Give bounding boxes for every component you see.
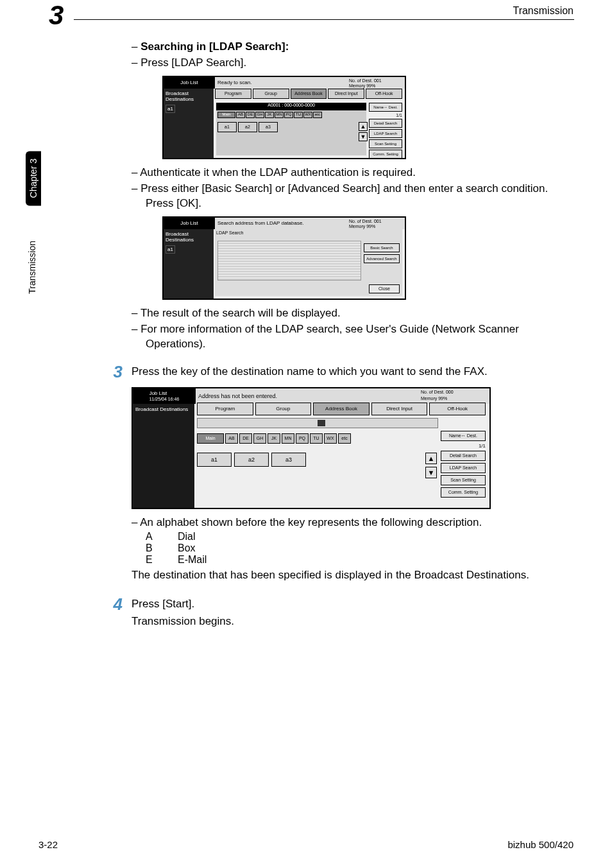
ss1-mem-bot: Memory 99% [349, 83, 375, 88]
ss3-chip-de[interactable]: DE [239, 433, 252, 444]
ss2-joblist: Job List [164, 218, 215, 229]
ss1-chip-main[interactable]: Main [217, 112, 235, 118]
ss3-chip-wx[interactable]: WX [324, 433, 337, 444]
ss1-chip-tu[interactable]: TU [294, 112, 303, 118]
ss2-rightcol: Basic Search Advanced Search [364, 243, 400, 263]
ss2-rbtn-basic[interactable]: Basic Search [364, 243, 400, 252]
ss2-side: Broadcast Destinations a1 [164, 229, 214, 299]
ss3-rbtn-detail[interactable]: Detail Search [441, 451, 486, 461]
ss3-rbtn-comm[interactable]: Comm. Setting [441, 487, 486, 498]
bullet-result: The result of the search will be display… [132, 306, 568, 321]
ss3-tab-directinput[interactable]: Direct Input [371, 403, 428, 415]
bullet-press-basic: Press either [Basic Search] or [Advanced… [132, 182, 568, 211]
ss1-chip-de[interactable]: DE [246, 112, 255, 118]
ss3-rbtn-ldap[interactable]: LDAP Search [441, 463, 486, 473]
ss1-top: Job List Ready to scan. No. of Dest. 001… [164, 77, 405, 89]
ss2-result-area [217, 241, 361, 281]
bullet-press-ldap: Press [LDAP Search]. [132, 56, 568, 71]
ss1-chip-etc[interactable]: etc [313, 112, 322, 118]
ss3-chip-mn[interactable]: MN [282, 433, 294, 444]
chapter-number-big: 3 [49, 0, 64, 31]
ss3-chip-ab[interactable]: AB [225, 433, 238, 444]
ss2-joblist-label: Job List [180, 220, 198, 226]
ss3-chip-main[interactable]: Main [197, 433, 224, 444]
ss3-chip-tu[interactable]: TU [310, 433, 323, 444]
ss1-rbtn-comm[interactable]: Comm. Setting [369, 150, 402, 159]
ss3-arrow-down-icon[interactable]: ▼ [425, 467, 437, 478]
ss2-mem-top: No. of Dest. 001 [349, 219, 382, 223]
ss3-chip-etc[interactable]: etc [338, 433, 351, 444]
ss3-band [197, 418, 438, 428]
kv-b-key: B [146, 542, 160, 554]
ss3-chip-jk[interactable]: JK [268, 433, 280, 444]
ss3-band-marker [318, 420, 325, 426]
ss1-btn-a1[interactable]: a1 [217, 122, 237, 132]
ss1-chip-pq[interactable]: PQ [284, 112, 293, 118]
ss2-memory: No. of Dest. 001 Memory 99% [347, 218, 405, 229]
ss1-rbtn-ldap[interactable]: LDAP Search [369, 129, 402, 138]
ss1-tab-group[interactable]: Group [253, 89, 289, 99]
ss1-arrow-down-icon[interactable]: ▼ [359, 132, 368, 141]
ss2-rbtn-adv[interactable]: Advanced Search [364, 254, 400, 263]
ss1-tab-program[interactable]: Program [215, 89, 251, 99]
ss1-ready: Ready to scan. [215, 77, 347, 89]
ss1-side-item: a1 [166, 105, 175, 113]
ss3-chip-gh[interactable]: GH [253, 433, 266, 444]
bullet-press-basic-text: Press either [Basic Search] or [Advanced… [140, 182, 548, 209]
ss1-tab-addressbook[interactable]: Address Book [291, 89, 327, 99]
ss1-mem-top: No. of Dest. 001 [349, 78, 382, 83]
ss3-tabs: Program Group Address Book Direct Input … [197, 403, 486, 415]
ss1-tab-directinput[interactable]: Direct Input [328, 89, 364, 99]
ss3-btnrow: a1 a2 a3 [197, 453, 306, 467]
ss3-side: Broadcast Destinations [133, 404, 194, 508]
ss3-mem-bot: Memory 99% [421, 395, 447, 402]
ss2-close-button[interactable]: Close [369, 284, 400, 293]
screenshot-address-not-entered: Job List 11/25/04 16:46 Address has not … [132, 387, 491, 509]
ss1-rbtn-name[interactable]: Name↔ Dest. [369, 103, 402, 112]
step-4-number: 4 [105, 595, 123, 632]
ss3-tab-program[interactable]: Program [197, 403, 253, 415]
kv-e: EE-Mail [132, 554, 568, 566]
step-3-number: 3 [105, 362, 123, 382]
step-4: 4 Press [Start]. Transmission begins. [105, 595, 568, 632]
ss3-mem-top: No. of Dest. 000 [421, 389, 454, 395]
ss1-tabs: Program Group Address Book Direct Input … [215, 89, 402, 99]
step-4-sub: Transmission begins. [132, 614, 568, 629]
bullet-auth: Authenticate it when the LDAP authentica… [132, 166, 568, 180]
step-4-text: Press [Start]. [132, 597, 568, 612]
ss1-rbtn-detail[interactable]: Detail Search [369, 119, 402, 128]
ss3-rbtn-name[interactable]: Name↔ Dest. [441, 431, 486, 441]
ss3-chip-pq[interactable]: PQ [296, 433, 309, 444]
ss1-chip-ab[interactable]: AB [236, 112, 245, 118]
screenshot-ldap-main: Job List Ready to scan. No. of Dest. 001… [162, 76, 406, 159]
bullet-moreinfo: For more information of the LDAP search,… [132, 322, 568, 352]
ss1-chiprow: Main AB DE GH JK MN PQ TU WX etc [217, 112, 322, 118]
ss1-rbtn-scan[interactable]: Scan Setting [369, 139, 402, 148]
ss1-memory: No. of Dest. 001 Memory 99% [347, 77, 405, 89]
ss1-tab-offhook[interactable]: Off-Hook [366, 89, 402, 99]
ss1-btn-a3[interactable]: a3 [259, 122, 278, 132]
ss1-chip-mn[interactable]: MN [275, 112, 284, 118]
footer-model: bizhub 500/420 [507, 839, 574, 850]
ss1-chip-jk[interactable]: JK [265, 112, 274, 118]
ss3-btn-a1[interactable]: a1 [197, 453, 232, 467]
side-label-section: Transmission [27, 241, 37, 294]
ss3-btn-a3[interactable]: a3 [271, 453, 306, 467]
ss1-joblist-label: Job List [180, 80, 198, 85]
ss1-arrow-up-icon[interactable]: ▲ [359, 122, 368, 131]
ss3-arrow-up-icon[interactable]: ▲ [425, 453, 437, 464]
ss1-side-title: Broadcast Destinations [166, 91, 212, 102]
ss3-btn-a2[interactable]: a2 [234, 453, 269, 467]
ss3-side-title: Broadcast Destinations [135, 406, 192, 412]
ss3-rbtn-scan[interactable]: Scan Setting [441, 475, 486, 485]
ss1-btn-a2[interactable]: a2 [238, 122, 257, 132]
bullet-result-text: The result of the search will be display… [140, 307, 341, 319]
ss1-chip-wx[interactable]: WX [303, 112, 312, 118]
ss2-side-item: a1 [166, 245, 175, 254]
ss3-tab-offhook[interactable]: Off-Hook [429, 403, 486, 415]
ss3-tab-addressbook[interactable]: Address Book [313, 403, 370, 415]
ss1-chip-gh[interactable]: GH [255, 112, 264, 118]
kv-a-key: A [146, 531, 160, 542]
ss3-tab-group[interactable]: Group [255, 403, 312, 415]
ss3-memory: No. of Dest. 000 Memory 99% [419, 388, 489, 404]
